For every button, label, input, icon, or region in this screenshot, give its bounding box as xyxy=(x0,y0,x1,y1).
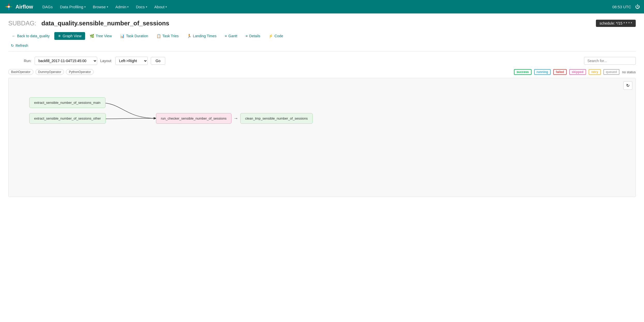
status-queued-badge[interactable]: queued xyxy=(603,69,620,75)
tab-task-duration[interactable]: 📊 Task Duration xyxy=(116,32,152,40)
status-legend: success running failed skipped retry que… xyxy=(514,69,636,75)
python-operator-tag[interactable]: PythonOperator xyxy=(66,69,94,75)
schedule-badge: schedule: */15 * * * * xyxy=(596,20,636,27)
dag-node-extract-other[interactable]: extract_sensible_number_of_sessions_othe… xyxy=(29,113,106,124)
admin-caret: ▾ xyxy=(127,5,129,8)
operator-tags: BashOperator DummyOperator PythonOperato… xyxy=(8,69,94,75)
airflow-logo-icon xyxy=(4,2,13,11)
page-header: SUBDAG: data_quality.sensible_number_of_… xyxy=(8,20,636,27)
svg-point-4 xyxy=(8,6,10,8)
search-input[interactable] xyxy=(584,57,636,65)
about-caret: ▾ xyxy=(166,5,167,8)
legend-bar: BashOperator DummyOperator PythonOperato… xyxy=(8,69,636,75)
graph-view-icon: ✳ xyxy=(58,34,61,38)
back-arrow-icon: ← xyxy=(12,34,16,38)
nav-docs[interactable]: Docs ▾ xyxy=(133,3,150,11)
dummy-operator-tag[interactable]: DummyOperator xyxy=(35,69,64,75)
nav-about[interactable]: About ▾ xyxy=(151,3,170,11)
dag-node-clean-tmp[interactable]: clean_tmp_sensible_number_of_sessions xyxy=(240,113,313,124)
status-retry-badge[interactable]: retry xyxy=(589,69,601,75)
status-success-badge[interactable]: success xyxy=(514,69,531,75)
nav-data-profiling[interactable]: Data Profiling ▾ xyxy=(57,3,89,11)
browse-caret: ▾ xyxy=(107,5,108,8)
docs-caret: ▾ xyxy=(146,5,147,8)
task-duration-icon: 📊 xyxy=(120,34,124,38)
svg-marker-1 xyxy=(9,6,13,8)
brand-name: Airflow xyxy=(16,4,33,10)
tab-landing-times[interactable]: 🏃 Landing Times xyxy=(183,32,220,40)
go-button[interactable]: Go xyxy=(151,57,166,65)
tree-view-icon: 🌿 xyxy=(90,34,94,38)
page-title: SUBDAG: data_quality.sensible_number_of_… xyxy=(8,20,169,27)
bash-operator-tag[interactable]: BashOperator xyxy=(8,69,33,75)
divider xyxy=(8,51,636,52)
status-failed-badge[interactable]: failed xyxy=(553,69,566,75)
navbar-right: 08:53 UTC ⏻ xyxy=(612,4,640,10)
task-tries-icon: 📋 xyxy=(156,34,161,38)
view-tabs: ← Back to data_quality ✳ Graph View 🌿 Tr… xyxy=(8,32,636,40)
gantt-icon: ≡ xyxy=(225,34,227,38)
layout-select[interactable]: Left->Right xyxy=(115,57,148,65)
svg-marker-3 xyxy=(5,6,9,8)
refresh-button[interactable]: ↻ Refresh xyxy=(8,42,31,49)
tab-gantt[interactable]: ≡ Gantt xyxy=(221,32,241,40)
tab-tree-view[interactable]: 🌿 Tree View xyxy=(86,32,115,40)
dag-node-extract-main[interactable]: extract_sensible_number_of_sessions_main xyxy=(29,97,106,108)
navbar: Airflow DAGs Data Profiling ▾ Browse ▾ A… xyxy=(0,0,644,13)
subdag-prefix: SUBDAG: xyxy=(8,20,36,27)
power-icon[interactable]: ⏻ xyxy=(635,4,640,10)
nav-links: DAGs Data Profiling ▾ Browse ▾ Admin ▾ D… xyxy=(39,3,612,11)
tab-graph-view[interactable]: ✳ Graph View xyxy=(54,32,85,40)
status-skipped-badge[interactable]: skipped xyxy=(569,69,586,75)
status-no-status-label: no status xyxy=(622,70,636,74)
data-profiling-caret: ▾ xyxy=(84,5,86,8)
dag-node-run-checker[interactable]: run_checker_sensible_number_of_sessions xyxy=(156,113,231,124)
arrow-to-clean-icon: → xyxy=(234,116,238,121)
nav-browse[interactable]: Browse ▾ xyxy=(90,3,111,11)
tab-code[interactable]: ⚡ Code xyxy=(265,32,287,40)
dag-name: data_quality.sensible_number_of_sessions xyxy=(41,20,169,27)
run-select[interactable]: backfill_2017-11-04T15:45:00 xyxy=(35,57,97,65)
svg-marker-0 xyxy=(8,3,10,6)
status-running-badge[interactable]: running xyxy=(534,69,551,75)
tab-details[interactable]: ≡ Details xyxy=(242,32,264,40)
run-label: Run: xyxy=(24,59,32,63)
nav-admin[interactable]: Admin ▾ xyxy=(112,3,132,11)
dag-connections-svg xyxy=(24,94,630,145)
graph-refresh-icon: ↻ xyxy=(626,83,630,88)
landing-times-icon: 🏃 xyxy=(187,34,191,38)
details-icon: ≡ xyxy=(245,34,248,38)
graph-refresh-button[interactable]: ↻ xyxy=(623,81,632,90)
refresh-icon: ↻ xyxy=(11,43,14,48)
nav-dags[interactable]: DAGs xyxy=(39,3,56,11)
svg-marker-2 xyxy=(8,7,10,11)
brand-logo[interactable]: Airflow xyxy=(4,2,33,11)
toolbar: Run: backfill_2017-11-04T15:45:00 Layout… xyxy=(24,57,636,65)
graph-area: ↻ extract_sensible_number_of_ses xyxy=(8,78,636,197)
tab-task-tries[interactable]: 📋 Task Tries xyxy=(153,32,182,40)
code-icon: ⚡ xyxy=(268,34,273,38)
layout-label: Layout: xyxy=(100,59,112,63)
back-to-dag-link[interactable]: ← Back to data_quality xyxy=(8,32,53,40)
current-time: 08:53 UTC xyxy=(612,5,631,9)
main-content: SUBDAG: data_quality.sensible_number_of_… xyxy=(0,13,644,322)
